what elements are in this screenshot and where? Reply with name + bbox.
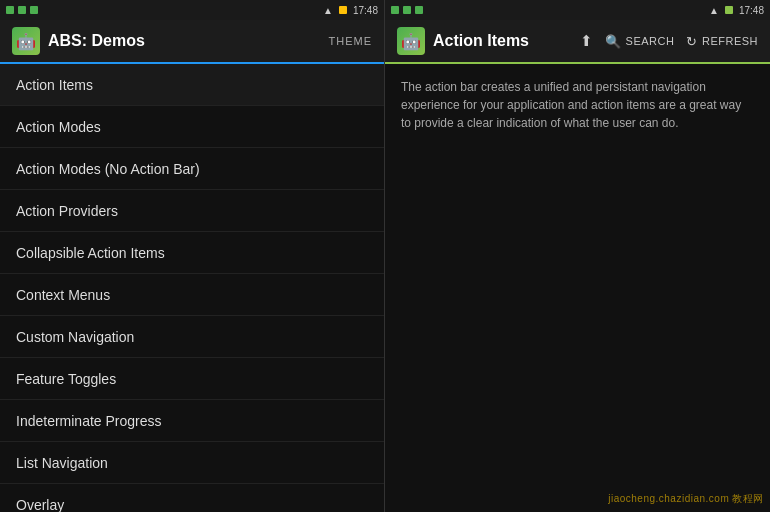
nav-item-overlay[interactable]: Overlay xyxy=(0,484,384,512)
nav-item-action-providers[interactable]: Action Providers xyxy=(0,190,384,232)
left-toolbar: 🤖 ABS: Demos THEME xyxy=(0,20,384,64)
nav-item-label: Action Modes (No Action Bar) xyxy=(16,161,200,177)
action-items-description: The action bar creates a unified and per… xyxy=(401,78,754,132)
search-icon: 🔍 xyxy=(605,34,622,49)
nav-item-label: Feature Toggles xyxy=(16,371,116,387)
sync-icon-2 xyxy=(403,6,411,14)
nav-list: Action Items Action Modes Action Modes (… xyxy=(0,64,384,512)
left-panel: 🤖 ABS: Demos THEME Action Items Action M… xyxy=(0,20,385,512)
left-app-title: ABS: Demos xyxy=(48,32,145,50)
watermark: jiaocheng.chazidian.com 教程网 xyxy=(608,492,764,506)
nav-item-action-modes[interactable]: Action Modes xyxy=(0,106,384,148)
nav-item-label: Indeterminate Progress xyxy=(16,413,162,429)
android-notification-icon xyxy=(6,6,14,14)
battery-right-icon xyxy=(725,6,733,14)
theme-button[interactable]: THEME xyxy=(329,35,373,47)
nav-item-custom-navigation[interactable]: Custom Navigation xyxy=(0,316,384,358)
share-action[interactable]: ⬆ xyxy=(580,32,594,50)
left-status-bar-right: ▲ 17:48 xyxy=(323,5,378,16)
right-status-bar-right: ▲ 17:48 xyxy=(709,5,764,16)
wifi-icon: ▲ xyxy=(323,5,333,16)
wifi-icon-right: ▲ xyxy=(709,5,719,16)
right-panel: 🤖 Action Items ⬆ 🔍 SEARCH ↻ REFRESH xyxy=(385,20,770,512)
nav-item-feature-toggles[interactable]: Feature Toggles xyxy=(0,358,384,400)
right-app-title: Action Items xyxy=(433,32,529,50)
battery-left-icon xyxy=(339,6,347,14)
nav-item-label: Action Modes xyxy=(16,119,101,135)
search-label: SEARCH xyxy=(626,35,675,47)
right-app-icon: 🤖 xyxy=(397,27,425,55)
nav-item-context-menus[interactable]: Context Menus xyxy=(0,274,384,316)
right-time: 17:48 xyxy=(739,5,764,16)
left-time: 17:48 xyxy=(353,5,378,16)
nav-item-label: Custom Navigation xyxy=(16,329,134,345)
nav-item-label: List Navigation xyxy=(16,455,108,471)
sync-icon xyxy=(18,6,26,14)
nav-item-label: Action Items xyxy=(16,77,93,93)
left-status-bar-left xyxy=(6,6,38,14)
refresh-action[interactable]: ↻ REFRESH xyxy=(686,34,758,49)
nav-item-label: Collapsible Action Items xyxy=(16,245,165,261)
nav-item-action-modes-no-bar[interactable]: Action Modes (No Action Bar) xyxy=(0,148,384,190)
left-app-icon: 🤖 xyxy=(12,27,40,55)
right-status-bar-left xyxy=(391,6,423,14)
right-toolbar-actions: ⬆ 🔍 SEARCH ↻ REFRESH xyxy=(580,32,758,50)
android-notification-icon-2 xyxy=(391,6,399,14)
pin-icon xyxy=(30,6,38,14)
right-content: The action bar creates a unified and per… xyxy=(385,64,770,146)
nav-item-label: Overlay xyxy=(16,497,64,513)
nav-item-action-items[interactable]: Action Items xyxy=(0,64,384,106)
nav-item-indeterminate-progress[interactable]: Indeterminate Progress xyxy=(0,400,384,442)
right-toolbar-title: 🤖 Action Items xyxy=(397,27,529,55)
search-action[interactable]: 🔍 SEARCH xyxy=(605,34,674,49)
nav-item-label: Action Providers xyxy=(16,203,118,219)
refresh-icon: ↻ xyxy=(686,34,698,49)
right-toolbar: 🤖 Action Items ⬆ 🔍 SEARCH ↻ REFRESH xyxy=(385,20,770,64)
nav-item-label: Context Menus xyxy=(16,287,110,303)
refresh-label: REFRESH xyxy=(702,35,758,47)
share-icon: ⬆ xyxy=(580,32,594,50)
nav-item-collapsible[interactable]: Collapsible Action Items xyxy=(0,232,384,274)
left-toolbar-title: 🤖 ABS: Demos xyxy=(12,27,145,55)
nav-item-list-navigation[interactable]: List Navigation xyxy=(0,442,384,484)
pin-icon-2 xyxy=(415,6,423,14)
